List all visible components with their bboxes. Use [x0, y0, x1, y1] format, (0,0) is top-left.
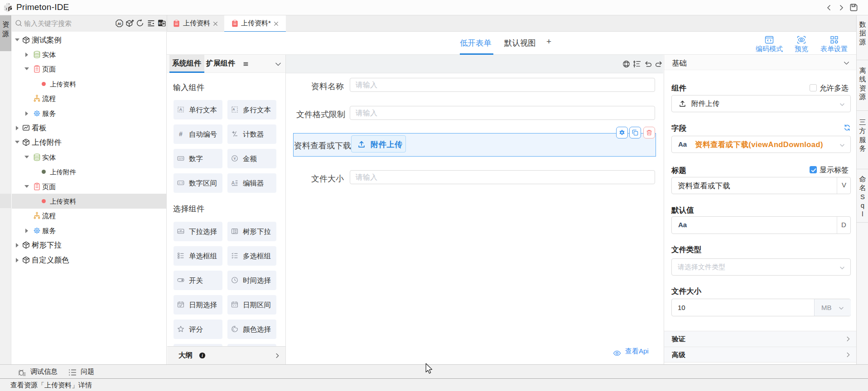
svg-text:#: #: [179, 130, 183, 138]
svg-text:1~3: 1~3: [178, 181, 183, 184]
svg-text:i: i: [202, 353, 203, 358]
svg-text:A: A: [231, 180, 235, 186]
svg-text:¥: ¥: [233, 156, 236, 161]
svg-text:A: A: [232, 107, 235, 111]
svg-text:123: 123: [178, 157, 183, 160]
svg-text:A: A: [179, 107, 183, 112]
svg-text:AI: AI: [118, 22, 121, 26]
